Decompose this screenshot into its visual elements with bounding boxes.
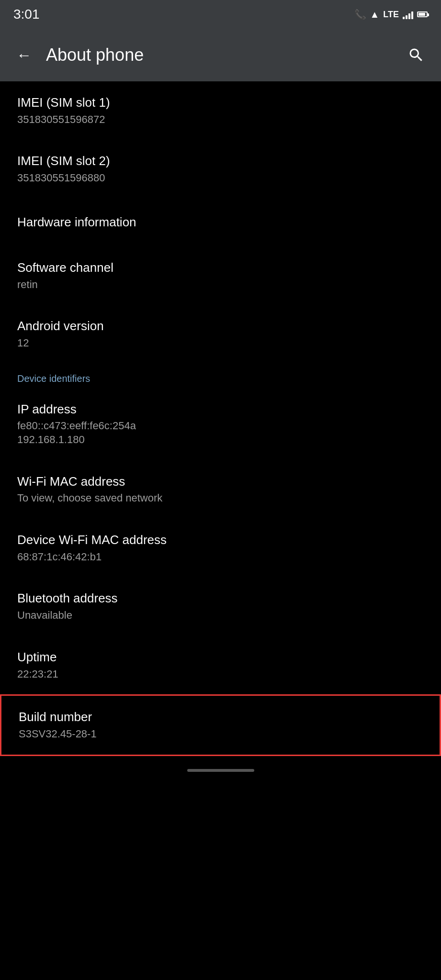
list-item[interactable]: Bluetooth address Unavailable [0,577,441,635]
item-title: IMEI (SIM slot 1) [17,95,424,111]
home-indicator [187,769,254,772]
item-subtitle: S3SV32.45-28-1 [19,727,422,741]
back-arrow-icon: ← [16,47,32,63]
item-subtitle: 351830551596880 [17,171,424,185]
item-title: Build number [19,709,422,725]
item-subtitle: To view, choose saved network [17,491,424,505]
list-item[interactable]: IMEI (SIM slot 1) 351830551596872 [0,81,441,140]
bottom-nav [0,756,441,785]
item-title: IMEI (SIM slot 2) [17,153,424,169]
section-header-device-identifiers: Device identifiers [0,364,441,388]
status-bar: 3:01 📞 ▲ LTE [0,0,441,29]
item-title: Software channel [17,260,424,276]
wifi-icon: ▲ [370,9,380,20]
lte-badge: LTE [383,10,399,20]
list-item[interactable]: Wi-Fi MAC address To view, choose saved … [0,460,441,519]
search-button[interactable] [403,42,430,68]
item-subtitle: fe80::c473:eeff:fe6c:254a192.168.1.180 [17,419,424,446]
item-subtitle: 22:23:21 [17,668,424,681]
search-icon [407,46,425,64]
list-item[interactable]: IMEI (SIM slot 2) 351830551596880 [0,140,441,198]
item-subtitle: 351830551596872 [17,113,424,127]
item-subtitle: 12 [17,336,424,350]
page-title: About phone [46,45,393,65]
item-title: IP address [17,401,424,418]
list-item[interactable]: Hardware information [0,199,441,246]
signal-icon [403,10,413,19]
status-icons: 📞 ▲ LTE [354,9,428,20]
volte-icon: 📞 [354,9,366,20]
battery-icon [417,11,428,17]
item-title: Device Wi-Fi MAC address [17,532,424,548]
item-subtitle: retin [17,278,424,292]
item-title: Android version [17,318,424,334]
item-title: Uptime [17,649,424,666]
settings-list: IMEI (SIM slot 1) 351830551596872 IMEI (… [0,81,441,756]
list-item[interactable]: Android version 12 [0,305,441,363]
item-subtitle: Unavailable [17,609,424,623]
status-time: 3:01 [13,7,40,22]
list-item[interactable]: Device Wi-Fi MAC address 68:87:1c:46:42:… [0,519,441,577]
item-title: Hardware information [17,214,424,231]
item-title: Wi-Fi MAC address [17,474,424,490]
app-bar: ← About phone [0,29,441,81]
back-button[interactable]: ← [11,43,36,67]
list-item[interactable]: IP address fe80::c473:eeff:fe6c:254a192.… [0,388,441,460]
list-item[interactable]: Uptime 22:23:21 [0,636,441,694]
item-title: Bluetooth address [17,590,424,607]
list-item[interactable]: Software channel retin [0,246,441,305]
build-number-item[interactable]: Build number S3SV32.45-28-1 [0,694,441,756]
item-subtitle: 68:87:1c:46:42:b1 [17,550,424,564]
